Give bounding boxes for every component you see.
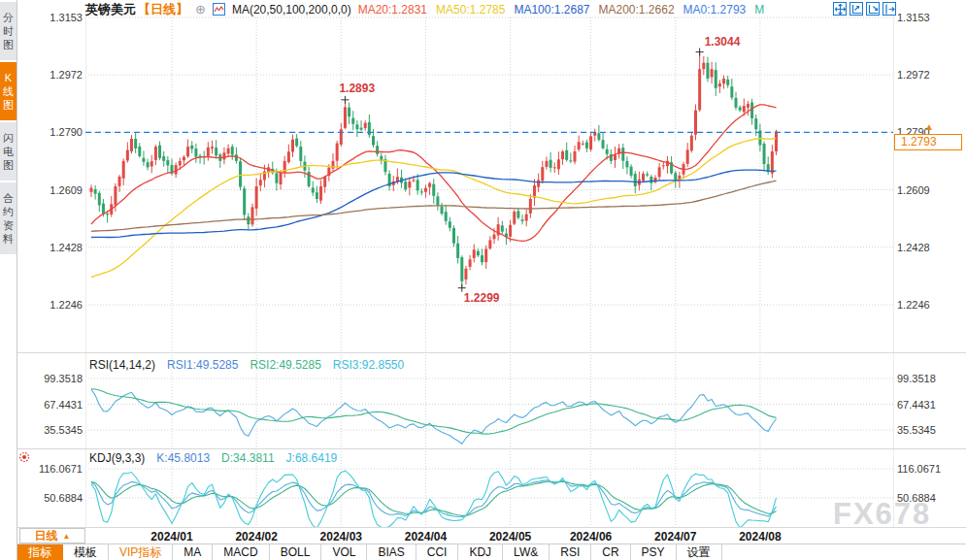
sidebar-tab-3[interactable]: 闪电图 xyxy=(0,122,17,181)
annotation-2: 1.3044 xyxy=(705,35,741,49)
add-indicator-icon[interactable]: ⊕ xyxy=(195,2,206,16)
kdj-value-2: D:34.3811 xyxy=(221,451,275,465)
kdj-values: K:45.8013D:34.3811J:68.6419 xyxy=(156,451,337,465)
scale-x-axis-icon[interactable] xyxy=(866,2,880,16)
rsi-axis-label-left-3: 35.5345 xyxy=(17,424,83,436)
ma-settings-label: MA(20,50,100,200,0,0) xyxy=(232,3,351,16)
rsi-title: RSI(14,14,2) xyxy=(89,358,155,372)
rsi-value-1: RSI1:49.5285 xyxy=(167,358,238,372)
price-axis-label-left-3: 1.2790 xyxy=(17,126,83,138)
toolbar-item-14[interactable]: PSY xyxy=(631,544,677,560)
price-axis-label-left-1: 1.3153 xyxy=(17,12,83,23)
toolbar-item-8[interactable]: BIAS xyxy=(367,544,416,560)
price-axis-label-right-5: 1.2428 xyxy=(897,242,930,253)
chart-header: 英镑美元 【日线】 ⊕ MA(20,50,100,200,0,0) MA20:1… xyxy=(85,2,764,16)
sidebar-tab-4[interactable]: 合约资料 xyxy=(0,182,17,254)
toolbar-item-2[interactable]: 模板 xyxy=(63,544,109,560)
price-annotations xyxy=(341,49,703,292)
chart-canvas[interactable] xyxy=(0,0,966,560)
ma-value-6: M xyxy=(754,3,764,16)
kdj-lines xyxy=(91,471,777,528)
kdj-value-3: J:68.6419 xyxy=(286,451,338,465)
toolbar-item-3[interactable]: VIP指标 xyxy=(109,544,173,560)
price-axis-label-right-4: 1.2609 xyxy=(897,184,930,196)
price-axis-label-right-6: 1.2246 xyxy=(897,299,930,311)
toolbar-item-7[interactable]: VOL xyxy=(321,544,367,560)
toolbar-item-1[interactable]: 指标 xyxy=(17,544,63,560)
caret-up-icon: ▲ xyxy=(63,532,71,541)
price-axis-label-right-1: 1.3153 xyxy=(897,12,930,23)
toolbar-item-5[interactable]: MACD xyxy=(213,544,269,560)
candlesticks xyxy=(90,52,779,288)
ma-value-2: MA50:1.2785 xyxy=(436,3,505,16)
kdj-title: KDJ(9,3,3) xyxy=(89,451,145,465)
toolbar-item-6[interactable]: BOLL xyxy=(270,544,322,560)
page-forward-icon[interactable] xyxy=(883,2,896,16)
price-axis-label-left-6: 1.2246 xyxy=(17,299,83,311)
price-axis-label-left-2: 1.2972 xyxy=(17,69,83,81)
ma-value-3: MA100:1.2687 xyxy=(514,3,589,16)
crosshair-icon[interactable] xyxy=(833,2,847,16)
annotation-3: 1.2299 xyxy=(464,291,500,305)
kdj-value-1: K:45.8013 xyxy=(156,451,210,465)
rsi-value-3: RSI3:92.8550 xyxy=(333,358,404,372)
xaxis-tick-6: 2024/06 xyxy=(570,530,612,544)
ma-value-5: MA0:1.2793 xyxy=(683,3,747,16)
rsi-header: RSI(14,14,2) RSI1:49.5285RSI2:49.5285RSI… xyxy=(89,358,404,372)
sidebar-tab-1[interactable]: 分时图 xyxy=(0,2,17,60)
chart-application: 分时图K线图闪电图合约资料 英镑美元 【日线】 ⊕ MA(20,50,100,2… xyxy=(0,0,966,560)
annotation-1: 1.2893 xyxy=(339,82,375,95)
ma-values: MA20:1.2831MA50:1.2785MA100:1.2687MA200:… xyxy=(358,3,765,16)
period-selector[interactable]: 日线 ▲ xyxy=(19,528,85,544)
scale-y-axis-icon[interactable] xyxy=(849,2,863,16)
toolbar-item-15[interactable]: 设置 xyxy=(677,544,722,560)
toolbar-item-11[interactable]: LW& xyxy=(503,544,550,560)
rsi-lines xyxy=(91,389,777,444)
rsi-axis-label-left-1: 99.3518 xyxy=(17,373,83,384)
sidebar-tab-2[interactable]: K线图 xyxy=(0,62,17,120)
price-up-arrow-icon: ▲ xyxy=(924,121,934,132)
remove-indicator-icon[interactable] xyxy=(17,450,31,464)
rsi-values: RSI1:49.5285RSI2:49.5285RSI3:92.8550 xyxy=(167,358,404,372)
kdj-axis-label-left-2: 50.6884 xyxy=(17,492,83,504)
chart-type-sidebar: 分时图K线图闪电图合约资料 xyxy=(0,0,17,560)
rsi-axis-label-right-2: 67.4431 xyxy=(897,399,936,411)
rsi-axis-label-left-2: 67.4431 xyxy=(17,399,83,411)
kdj-axis-label-right-1: 116.0671 xyxy=(897,463,941,475)
xaxis-tick-8: 2024/08 xyxy=(739,530,781,544)
xaxis-tick-7: 2024/07 xyxy=(654,530,696,544)
xaxis-tick-5: 2024/05 xyxy=(489,530,531,544)
chart-style-icon[interactable] xyxy=(213,3,225,16)
xaxis-tick-4: 2024/04 xyxy=(405,530,447,544)
rsi-value-2: RSI2:49.5285 xyxy=(250,358,320,372)
xaxis-tick-1: 2024/01 xyxy=(150,530,192,544)
toolbar-item-13[interactable]: CR xyxy=(591,544,630,560)
xaxis-tick-3: 2024/03 xyxy=(320,530,362,544)
symbol-name: 英镑美元 xyxy=(85,1,136,18)
rsi-axis-label-right-1: 99.3518 xyxy=(897,373,936,384)
ma-value-1: MA20:1.2831 xyxy=(358,3,427,16)
price-axis-label-right-2: 1.2972 xyxy=(897,69,930,81)
kdj-axis-label-right-2: 50.6884 xyxy=(897,492,936,504)
current-price-tag: 1.2793 xyxy=(894,134,962,150)
period-tag: 【日线】 xyxy=(138,1,188,18)
rsi-axis-label-right-3: 35.5345 xyxy=(897,424,936,436)
chart-tool-icons xyxy=(833,2,896,16)
period-label: 日线 xyxy=(35,528,58,544)
kdj-header: KDJ(9,3,3) K:45.8013D:34.3811J:68.6419 xyxy=(89,451,337,465)
xaxis-tick-2: 2024/02 xyxy=(235,530,277,544)
kdj-axis-label-left-1: 116.0671 xyxy=(17,463,83,475)
toolbar-item-4[interactable]: MA xyxy=(173,544,213,560)
price-axis-label-left-4: 1.2609 xyxy=(17,184,83,196)
toolbar-item-10[interactable]: KDJ xyxy=(458,544,503,560)
toolbar-item-12[interactable]: RSI xyxy=(550,544,591,560)
toolbar-item-9[interactable]: CCI xyxy=(416,544,459,560)
price-axis-label-left-5: 1.2428 xyxy=(17,242,83,253)
gridlines xyxy=(85,12,894,527)
indicator-toolbar: 指标模板VIP指标MAMACDBOLLVOLBIASCCIKDJLW&RSICR… xyxy=(17,544,966,560)
ma-value-4: MA200:1.2662 xyxy=(599,3,675,16)
